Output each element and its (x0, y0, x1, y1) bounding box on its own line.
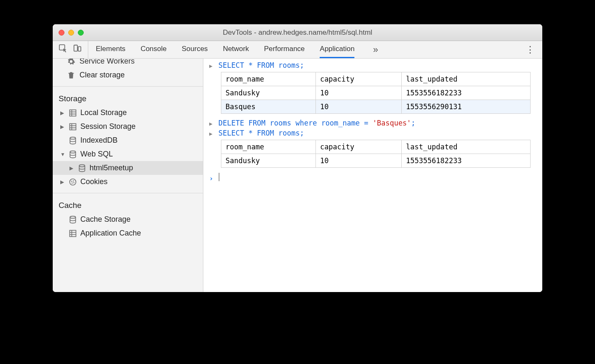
tab-elements[interactable]: Elements (96, 41, 126, 58)
sidebar-item-label: Application Cache (80, 229, 141, 238)
cell: 1553556182233 (402, 154, 531, 168)
sidebar-item-local-storage[interactable]: ▶ Local Storage (53, 106, 203, 120)
application-sidebar: Service Workers Clear storage Storage ▶ … (53, 59, 203, 292)
table-row[interactable]: Sandusky 10 1553556182233 (221, 154, 531, 168)
sql-input[interactable] (218, 173, 219, 183)
table-header-row: room_name capacity last_updated (221, 140, 531, 154)
devtools-window: DevTools - andrew.hedges.name/html5/sql.… (53, 24, 542, 292)
sidebar-item-label: html5meetup (90, 164, 133, 172)
svg-point-11 (70, 137, 75, 139)
console-prompt[interactable]: › (203, 172, 542, 184)
chevron-right-icon: ▶ (60, 179, 65, 185)
cell: 10 (315, 86, 401, 100)
tab-performance[interactable]: Performance (264, 41, 305, 58)
gear-icon (67, 59, 75, 66)
console-entry: ▶ DELETE FROM rooms where room_name = 'B… (203, 118, 542, 128)
close-icon[interactable] (59, 30, 64, 36)
sidebar-item-indexeddb[interactable]: IndexedDB (53, 133, 203, 147)
tabs-overflow-button[interactable]: » (369, 41, 381, 58)
kebab-menu-icon[interactable]: ⋮ (526, 44, 535, 55)
content: Service Workers Clear storage Storage ▶ … (53, 59, 542, 292)
sidebar-item-label: Cache Storage (80, 215, 131, 224)
tab-sources[interactable]: Sources (182, 41, 208, 58)
tab-network[interactable]: Network (223, 41, 249, 58)
cell: 10 (315, 154, 401, 168)
sidebar-item-clear-storage[interactable]: Clear storage (53, 68, 203, 82)
tab-console[interactable]: Console (141, 41, 167, 58)
sidebar-item-cookies[interactable]: ▶ Cookies (53, 175, 203, 189)
column-header: capacity (315, 72, 401, 86)
chevron-right-icon: ▶ (69, 165, 74, 171)
database-icon (69, 150, 77, 159)
svg-rect-20 (70, 230, 76, 236)
toolbar-right: ⋮ (518, 44, 542, 55)
svg-rect-7 (70, 123, 76, 130)
toolbar-left (53, 41, 88, 58)
inspect-icon[interactable] (59, 44, 68, 55)
svg-point-14 (70, 179, 76, 185)
table-row[interactable]: Sandusky 10 1553556182233 (221, 86, 531, 100)
svg-point-15 (71, 181, 72, 182)
window-title: DevTools - andrew.hedges.name/html5/sql.… (53, 28, 542, 37)
cell: 1553556182233 (402, 86, 531, 100)
sidebar-item-session-storage[interactable]: ▶ Session Storage (53, 120, 203, 133)
traffic-lights (59, 30, 84, 36)
sidebar-item-application-cache[interactable]: Application Cache (53, 226, 203, 240)
console-entry: ▶ SELECT * FROM rooms; (203, 60, 542, 70)
sidebar-separator (53, 86, 203, 87)
grid-icon (69, 109, 77, 117)
sql-query: DELETE FROM rooms where room_name = 'Bas… (218, 119, 415, 127)
svg-point-19 (70, 216, 75, 218)
sidebar-item-label: IndexedDB (80, 136, 118, 145)
svg-point-13 (79, 164, 85, 167)
svg-rect-2 (78, 46, 81, 51)
result-table: room_name capacity last_updated Sandusky… (221, 140, 531, 168)
sidebar-item-label: Session Storage (80, 122, 136, 131)
grid-icon (69, 229, 77, 238)
grid-icon (69, 123, 77, 131)
svg-point-17 (72, 182, 73, 184)
sidebar-heading-storage: Storage (53, 91, 203, 106)
tabs: Elements Console Sources Network Perform… (88, 41, 518, 58)
sidebar-item-label: Local Storage (80, 108, 127, 117)
sidebar-item-label: Clear storage (80, 71, 125, 79)
sql-query: SELECT * FROM rooms; (218, 129, 304, 137)
svg-rect-3 (70, 110, 76, 116)
svg-point-16 (73, 180, 74, 182)
prompt-arrow-icon: › (209, 173, 214, 182)
cell: Basques (221, 100, 316, 114)
minimize-icon[interactable] (68, 30, 74, 36)
maximize-icon[interactable] (78, 30, 84, 36)
device-toggle-icon[interactable] (73, 44, 82, 55)
database-icon (78, 164, 86, 172)
sidebar-item-label: Web SQL (80, 150, 113, 159)
table-header-row: room_name capacity last_updated (221, 72, 531, 86)
sidebar-item-label: Service Workers (80, 59, 135, 66)
svg-point-12 (70, 151, 75, 153)
sql-query: SELECT * FROM rooms; (218, 61, 304, 69)
sidebar-item-service-workers[interactable]: Service Workers (53, 59, 203, 68)
prompt-arrow-icon: ▶ (209, 61, 214, 69)
sidebar-item-cache-storage[interactable]: Cache Storage (53, 213, 203, 226)
cookie-icon (69, 178, 77, 186)
titlebar: DevTools - andrew.hedges.name/html5/sql.… (53, 24, 542, 41)
result-table: room_name capacity last_updated Sandusky… (221, 72, 531, 114)
chevron-down-icon: ▼ (60, 151, 65, 157)
tab-application[interactable]: Application (320, 41, 354, 58)
sidebar-item-web-sql-db[interactable]: ▶ html5meetup (53, 161, 203, 175)
sidebar-item-label: Cookies (80, 177, 108, 186)
svg-point-18 (73, 182, 74, 183)
column-header: last_updated (402, 140, 531, 154)
sidebar-separator (53, 193, 203, 193)
column-header: capacity (315, 140, 401, 154)
chevron-right-icon: ▶ (60, 124, 65, 130)
table-row[interactable]: Basques 10 1553556290131 (221, 100, 531, 114)
prompt-arrow-icon: ▶ (209, 129, 214, 137)
column-header: room_name (221, 72, 316, 86)
prompt-arrow-icon: ▶ (209, 119, 214, 127)
cell: Sandusky (221, 86, 316, 100)
column-header: room_name (221, 140, 316, 154)
cell: Sandusky (221, 154, 316, 168)
sql-console: ▶ SELECT * FROM rooms; room_name capacit… (203, 59, 542, 292)
sidebar-item-web-sql[interactable]: ▼ Web SQL (53, 147, 203, 161)
